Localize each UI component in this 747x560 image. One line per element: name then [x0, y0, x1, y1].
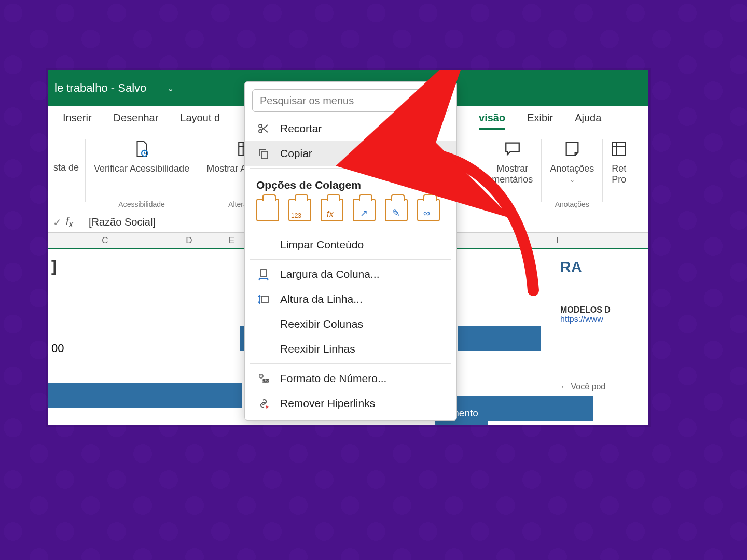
- notes-icon: [562, 137, 582, 160]
- column-header-c[interactable]: C: [48, 233, 162, 248]
- show-comments-button[interactable]: Mostrar mentários: [487, 137, 538, 212]
- tab-exibir[interactable]: Exibir: [527, 107, 553, 129]
- title-dropdown-chevron-icon[interactable]: ⌄: [167, 83, 174, 93]
- template-logo-fragment: RA: [560, 259, 648, 275]
- tab-desenhar[interactable]: Desenhar: [114, 107, 159, 129]
- menu-item-column-width-label: Largura da Coluna...: [280, 268, 379, 281]
- svg-rect-8: [261, 296, 268, 302]
- column-width-icon: [256, 267, 271, 282]
- paste-formatting-icon[interactable]: [385, 199, 408, 221]
- template-link-fragment[interactable]: https://www: [560, 315, 648, 324]
- show-comments-label-line1: Mostrar: [496, 163, 528, 174]
- document-title: le trabalho - Salvo: [54, 81, 146, 95]
- formula-confirm-icon[interactable]: ✓: [48, 216, 66, 229]
- hint-text-fragment: ← Você pod: [560, 382, 648, 391]
- menu-item-row-height-label: Altura da Linha...: [280, 293, 363, 305]
- menu-item-unhide-columns[interactable]: Reexibir Colunas: [245, 312, 457, 337]
- menu-separator: [250, 230, 451, 230]
- menu-search-input[interactable]: [252, 89, 449, 112]
- menu-item-unhide-rows-label: Reexibir Linhas: [280, 343, 355, 355]
- menu-item-remove-hyperlinks[interactable]: Remover Hiperlinks: [245, 391, 457, 416]
- menu-item-remove-hyperlinks-label: Remover Hiperlinks: [280, 397, 375, 410]
- ribbon-divider: [541, 139, 542, 202]
- tab-revisao[interactable]: visão: [479, 107, 505, 129]
- svg-rect-7: [261, 270, 266, 277]
- tab-layout[interactable]: Layout d: [180, 107, 220, 129]
- notes-group-label: Anotações: [555, 200, 589, 212]
- cell-value-00[interactable]: 00: [51, 342, 64, 355]
- scissors-icon: [256, 121, 271, 136]
- menu-item-copy[interactable]: Copiar: [245, 141, 457, 166]
- comments-icon: [503, 137, 522, 160]
- paste-source-format-icon[interactable]: [353, 199, 376, 221]
- menu-item-clear-label: Limpar Conteúdo: [280, 239, 364, 251]
- column-header-d[interactable]: D: [162, 233, 216, 248]
- ribbon-divider: [85, 139, 86, 202]
- right-info-block: RA MODELOS D https://www ← Você pod: [560, 259, 648, 391]
- verify-accessibility-button[interactable]: Verificar Acessibilidade Acessibilidade: [89, 137, 195, 212]
- blank-icon: [256, 342, 271, 356]
- context-menu: Recortar Copiar Opções de Colagem Limpar…: [244, 81, 457, 421]
- ribbon-divider: [198, 139, 198, 202]
- ribbon-label-fragment: sta de: [53, 162, 79, 173]
- menu-separator: [250, 168, 451, 169]
- menu-item-cut-label: Recortar: [280, 122, 322, 135]
- menu-item-cut[interactable]: Recortar: [245, 116, 457, 141]
- data-bar-2: [48, 383, 242, 408]
- remove-link-icon: [256, 396, 271, 411]
- data-bar-3: [458, 326, 541, 351]
- blank-icon: [256, 317, 271, 331]
- tab-inserir[interactable]: Inserir: [63, 107, 92, 129]
- row-height-icon: [256, 292, 271, 306]
- svg-rect-6: [261, 151, 268, 159]
- paste-icon[interactable]: [256, 199, 279, 221]
- column-header-e[interactable]: E: [216, 233, 247, 248]
- show-comments-label-line2: mentários: [492, 174, 533, 185]
- menu-item-unhide-rows[interactable]: Reexibir Linhas: [245, 337, 457, 361]
- paste-options-header: Opções de Colagem: [245, 171, 457, 194]
- svg-text:123: 123: [262, 378, 269, 383]
- ribbon-divider: [602, 139, 603, 202]
- cell-selected-value[interactable]: ]: [51, 258, 57, 275]
- menu-item-number-format[interactable]: 123 Formato de Número...: [245, 366, 457, 391]
- ribbon-label-fragment-ret: Ret: [612, 163, 626, 174]
- accessibility-check-icon: [132, 137, 151, 160]
- fx-icon[interactable]: fx: [66, 215, 87, 230]
- copy-icon: [256, 146, 271, 161]
- paste-options-row: [245, 194, 457, 228]
- group-fragment-left: sta de: [50, 137, 82, 212]
- ribbon-label-fragment-pro: Pro: [612, 174, 626, 185]
- menu-item-number-format-label: Formato de Número...: [280, 372, 386, 385]
- blank-icon: [256, 237, 271, 252]
- tab-ajuda[interactable]: Ajuda: [575, 107, 601, 129]
- group-fragment-right: Ret Pro: [606, 137, 632, 212]
- menu-item-unhide-columns-label: Reexibir Colunas: [280, 318, 363, 330]
- accessibility-group-label: Acessibilidade: [118, 200, 165, 212]
- menu-separator: [250, 259, 451, 260]
- svg-rect-3: [613, 142, 626, 156]
- modelos-label: MODELOS D: [560, 305, 648, 315]
- number-format-icon: 123: [256, 371, 271, 386]
- menu-item-row-height[interactable]: Altura da Linha...: [245, 287, 457, 312]
- protect-fragment-icon: [609, 137, 629, 160]
- excel-screenshot: le trabalho - Salvo ⌄ Inserir Desenhar L…: [48, 70, 648, 425]
- menu-item-column-width[interactable]: Largura da Coluna...: [245, 262, 457, 287]
- menu-separator: [250, 363, 451, 364]
- menu-item-copy-label: Copiar: [280, 147, 312, 160]
- paste-values-icon[interactable]: [288, 199, 311, 221]
- verify-accessibility-label: Verificar Acessibilidade: [94, 163, 189, 174]
- menu-item-clear-contents[interactable]: Limpar Conteúdo: [245, 232, 457, 257]
- notes-button[interactable]: Anotações ⌄ Anotações: [545, 137, 599, 212]
- formula-value[interactable]: [Razão Social]: [87, 216, 156, 228]
- paste-formulas-icon[interactable]: [321, 199, 343, 221]
- notes-label: Anotações: [550, 163, 594, 174]
- paste-link-icon[interactable]: [417, 199, 440, 221]
- column-header-i[interactable]: I: [467, 233, 648, 248]
- notes-dropdown-chevron-icon[interactable]: ⌄: [570, 176, 575, 184]
